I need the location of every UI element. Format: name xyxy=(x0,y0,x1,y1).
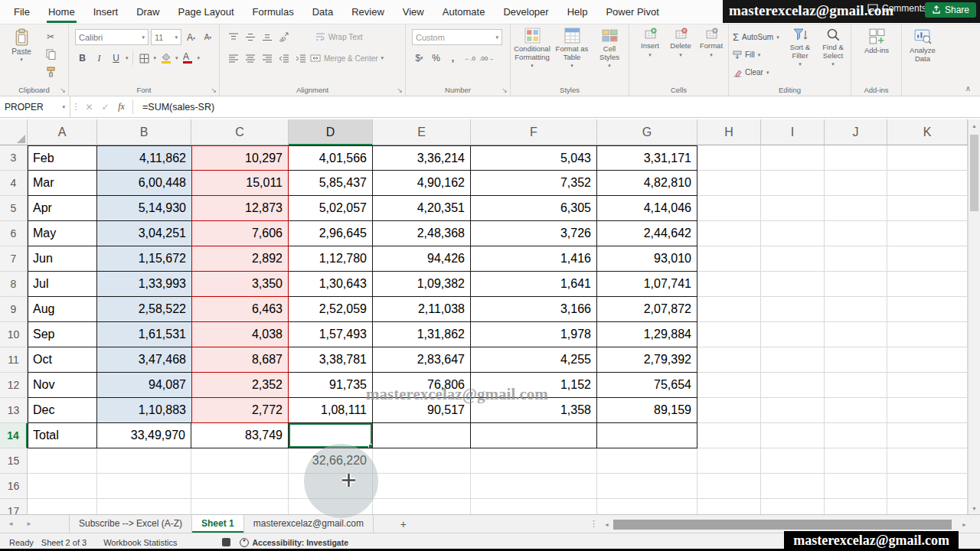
row-header-16[interactable]: 16 xyxy=(0,474,28,499)
cell-C14[interactable]: 83,749 xyxy=(191,423,289,448)
cell-E14[interactable] xyxy=(373,423,471,448)
cell-H12[interactable] xyxy=(697,373,761,398)
conditional-formatting-button[interactable]: Conditional Formatting ▾ xyxy=(513,28,551,69)
cell-A6[interactable]: May xyxy=(28,221,97,246)
row-header-12[interactable]: 12 xyxy=(0,373,28,398)
number-dialog-launcher[interactable]: ↘ xyxy=(501,86,508,94)
underline-button[interactable]: U xyxy=(109,51,123,66)
cell-I5[interactable] xyxy=(761,196,825,221)
col-header-K[interactable]: K xyxy=(887,119,968,145)
increase-decimal-button[interactable]: ←.0 xyxy=(462,51,477,66)
cell-G7[interactable]: 93,010 xyxy=(597,246,697,272)
display-settings-icon[interactable] xyxy=(222,538,230,546)
cell-H7[interactable] xyxy=(697,246,761,272)
fill-color-arrow[interactable]: ▾ xyxy=(175,55,178,61)
col-header-I[interactable]: I xyxy=(761,119,825,145)
cell-C7[interactable]: 2,892 xyxy=(191,246,289,272)
cell-C6[interactable]: 7,606 xyxy=(191,221,289,246)
font-color-arrow[interactable]: ▾ xyxy=(198,55,201,61)
cell-D3[interactable]: 4,01,566 xyxy=(289,145,373,171)
cell-F8[interactable]: 1,641 xyxy=(471,272,597,297)
font-size-select[interactable]: 11 ▾ xyxy=(151,29,181,45)
workbook-statistics-button[interactable]: Workbook Statistics xyxy=(103,538,177,547)
orientation-button[interactable]: ab xyxy=(276,29,291,44)
format-as-table-button[interactable]: Format as Table ▾ xyxy=(554,28,590,69)
paste-button[interactable]: Paste ▾ xyxy=(5,28,38,84)
col-header-C[interactable]: C xyxy=(191,119,289,145)
cell-A13[interactable]: Dec xyxy=(28,398,97,423)
cell-A12[interactable]: Nov xyxy=(28,373,97,398)
cell-K15[interactable] xyxy=(887,448,968,474)
cell-C10[interactable]: 4,038 xyxy=(191,322,289,347)
cell-J12[interactable] xyxy=(825,373,887,398)
cell-E9[interactable]: 2,11,038 xyxy=(373,297,471,322)
cell-G3[interactable]: 3,31,171 xyxy=(597,145,697,171)
cell-J11[interactable] xyxy=(825,347,887,373)
cell-H17[interactable] xyxy=(697,499,761,514)
menu-tab-insert[interactable]: Insert xyxy=(84,0,128,24)
cell-K5[interactable] xyxy=(887,196,968,221)
cell-E17[interactable] xyxy=(373,499,471,514)
cell-B5[interactable]: 5,14,930 xyxy=(97,196,191,221)
cell-C13[interactable]: 2,772 xyxy=(191,398,289,423)
cell-F6[interactable]: 3,726 xyxy=(471,221,597,246)
menu-tab-automate[interactable]: Automate xyxy=(433,0,495,24)
cell-E16[interactable] xyxy=(373,474,471,499)
row-header-6[interactable]: 6 xyxy=(0,221,28,246)
cell-A9[interactable]: Aug xyxy=(28,297,97,322)
align-right-button[interactable] xyxy=(260,51,274,66)
cell-G14[interactable] xyxy=(597,423,697,448)
sheet-tab-sheet-1[interactable]: Sheet 1 xyxy=(192,515,244,533)
cell-G12[interactable]: 75,654 xyxy=(597,373,697,398)
cell-B9[interactable]: 2,58,522 xyxy=(97,297,191,322)
borders-arrow[interactable]: ▾ xyxy=(154,55,157,61)
cell-A3[interactable]: Feb xyxy=(28,145,97,171)
cell-J3[interactable] xyxy=(825,145,887,171)
cell-D8[interactable]: 1,30,643 xyxy=(289,272,373,297)
cell-G9[interactable]: 2,07,872 xyxy=(597,297,697,322)
cell-E15[interactable] xyxy=(373,448,471,474)
vertical-scrollbar[interactable]: ▲ ▼ xyxy=(968,119,980,514)
cell-K13[interactable] xyxy=(887,398,968,423)
cell-styles-button[interactable]: Cell Styles ▾ xyxy=(593,28,626,69)
addins-button[interactable]: Add-ins xyxy=(858,28,896,55)
cell-F3[interactable]: 5,043 xyxy=(471,145,597,171)
cell-D7[interactable]: 1,12,780 xyxy=(289,246,373,272)
accessibility-status[interactable]: Accessibility: Investigate xyxy=(240,538,348,547)
menu-tab-review[interactable]: Review xyxy=(342,0,394,24)
delete-cells-button[interactable]: Delete ▾ xyxy=(666,28,695,58)
cell-I14[interactable] xyxy=(761,423,825,448)
cell-D12[interactable]: 91,735 xyxy=(289,373,373,398)
cell-K11[interactable] xyxy=(887,347,968,373)
accounting-format-button[interactable]: $▾ xyxy=(412,51,426,66)
row-header-15[interactable]: 15 xyxy=(0,448,28,474)
cell-A16[interactable] xyxy=(28,474,97,499)
cell-F14[interactable] xyxy=(471,423,597,448)
col-header-F[interactable]: F xyxy=(471,119,597,145)
row-header-9[interactable]: 9 xyxy=(0,297,28,322)
cell-D6[interactable]: 2,96,645 xyxy=(289,221,373,246)
cell-I12[interactable] xyxy=(761,373,825,398)
cell-D15[interactable]: 32,66,220 xyxy=(289,448,373,474)
cell-E10[interactable]: 1,31,862 xyxy=(373,322,471,347)
cell-F17[interactable] xyxy=(471,499,597,514)
cell-C3[interactable]: 10,297 xyxy=(191,145,289,171)
horizontal-scrollbar-track[interactable] xyxy=(612,519,959,530)
cell-B17[interactable] xyxy=(97,499,191,514)
menu-tab-draw[interactable]: Draw xyxy=(127,0,168,24)
cell-I13[interactable] xyxy=(761,398,825,423)
cell-C15[interactable] xyxy=(191,448,289,474)
tab-scroll-splitter[interactable]: ⋮ xyxy=(590,515,598,533)
cell-D4[interactable]: 5,85,437 xyxy=(289,171,373,196)
cell-B14[interactable]: 33,49,970 xyxy=(97,423,191,448)
sort-filter-button[interactable]: Sort & Filter ▾ xyxy=(784,28,816,67)
cut-button[interactable]: ✂ xyxy=(43,29,58,44)
format-cells-button[interactable]: Format ▾ xyxy=(697,28,726,58)
cell-K3[interactable] xyxy=(887,145,968,171)
scroll-left-icon[interactable]: ◄ xyxy=(602,522,612,527)
cell-B13[interactable]: 1,10,883 xyxy=(97,398,191,423)
sheet-tab-masterexcelaz-gmail-com[interactable]: masterexcelaz@gmail.com xyxy=(244,515,374,533)
cell-K7[interactable] xyxy=(887,246,968,272)
row-header-4[interactable]: 4 xyxy=(0,171,28,196)
cell-G5[interactable]: 4,14,046 xyxy=(597,196,697,221)
